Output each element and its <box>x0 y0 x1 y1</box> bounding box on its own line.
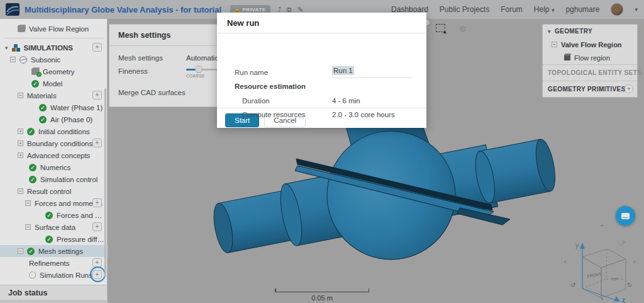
dialog-title: New run <box>217 13 426 33</box>
duration-value: 4 - 6 min <box>332 97 360 105</box>
compute-resources-label: Compute resources <box>242 111 305 118</box>
duration-label: Duration <box>242 97 269 105</box>
simscale-workbench: BETA ➤ ❆ 0.05 m <box>0 0 644 303</box>
run-name-label: Run name <box>235 69 268 76</box>
new-run-dialog: New run Run name Run 1 Resource estimati… <box>217 13 426 128</box>
compute-resources-value: 2.0 - 3.0 core hours <box>332 111 395 118</box>
resource-estimation-label: Resource estimation <box>235 83 306 90</box>
run-name-input[interactable]: Run 1 <box>332 67 412 78</box>
